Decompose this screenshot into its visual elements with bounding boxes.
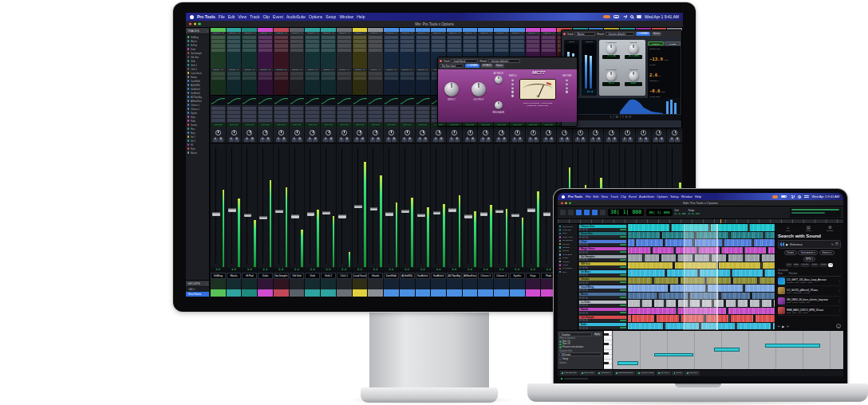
send-slot[interactable]: [227, 72, 241, 75]
record-arm-button[interactable]: [579, 251, 582, 254]
mute-button[interactable]: M: [266, 138, 270, 142]
menu-item[interactable]: Event: [273, 14, 283, 19]
track-color-chip[interactable]: [353, 289, 368, 297]
insert-slot[interactable]: [542, 40, 555, 43]
apple-logo[interactable]: [562, 195, 565, 199]
knob[interactable]: [606, 71, 617, 81]
insert-slot[interactable]: [274, 49, 288, 52]
record-arm-button[interactable]: [579, 243, 582, 246]
piano-keyboard[interactable]: [604, 331, 613, 369]
insert-slot[interactable]: [495, 40, 508, 43]
insert-slot[interactable]: [274, 40, 288, 43]
io-section[interactable]: [274, 105, 289, 123]
more-options-icon[interactable]: ⋮: [838, 279, 841, 283]
insert-slot[interactable]: [432, 40, 445, 43]
insert-slot[interactable]: [306, 40, 319, 43]
volume-fader[interactable]: [322, 211, 330, 215]
record-arm-button[interactable]: [579, 289, 582, 291]
play-icon[interactable]: ▶: [786, 243, 788, 246]
track-header[interactable]: Hands: [578, 308, 627, 316]
solo-button[interactable]: S: [354, 138, 359, 142]
track-name[interactable]: Git Bass: [579, 270, 626, 273]
release-knob[interactable]: [495, 101, 503, 109]
insert-slot[interactable]: [400, 49, 414, 52]
mute-button[interactable]: M: [345, 138, 349, 142]
mute-button[interactable]: M: [376, 138, 381, 142]
nav-item[interactable]: ⌂ Home: [786, 226, 791, 231]
insert-slot[interactable]: [495, 36, 508, 39]
track-color-chip[interactable]: [274, 289, 289, 297]
plugin-close-button[interactable]: [440, 60, 442, 62]
preset-selector[interactable]: <factory default>: [606, 32, 634, 36]
insert-slot[interactable]: [542, 44, 555, 47]
result-row[interactable]: GN_DM55_80_bass_electric_loop.wav bass ·…: [778, 297, 841, 306]
track-name[interactable]: Chorus Gtrs: [579, 225, 626, 228]
insert-slot[interactable]: [385, 40, 398, 43]
track-name[interactable]: Checks: [579, 277, 626, 281]
mute-button[interactable]: [586, 236, 588, 238]
input-knob[interactable]: [444, 82, 459, 96]
bpm-filter-chip[interactable]: BPM ▾: [803, 257, 816, 261]
track-header[interactable]: Duke: [578, 323, 627, 331]
mute-button[interactable]: M: [596, 138, 601, 142]
track-color-chip[interactable]: [384, 289, 399, 297]
apply-button[interactable]: Apply: [594, 332, 602, 336]
eq-curve-display[interactable]: [337, 95, 352, 105]
insert-slot[interactable]: [306, 44, 319, 47]
insert-slot[interactable]: [464, 49, 477, 52]
insert-slot[interactable]: [258, 44, 272, 47]
insert-slot[interactable]: [227, 44, 241, 47]
send-slot[interactable]: [416, 77, 430, 80]
record-arm-button[interactable]: [579, 281, 582, 284]
volume-fader[interactable]: [495, 210, 503, 214]
menu-bar-clock[interactable]: Wed Apr 1 9:41 AM: [812, 195, 839, 199]
groups-panel-menu-icon[interactable]: ◦: [207, 282, 207, 285]
mute-button[interactable]: M: [313, 138, 318, 142]
insert-slot[interactable]: [542, 36, 555, 39]
track-name-plate[interactable]: A(GrdWk): [400, 273, 415, 279]
solo-button[interactable]: [582, 289, 585, 291]
screen-record-indicator[interactable]: [603, 15, 610, 19]
track-name[interactable]: Duke: [579, 323, 626, 326]
playhead-marker[interactable]: [720, 219, 721, 223]
insert-slot[interactable]: [227, 36, 241, 39]
comments-block[interactable]: [431, 279, 446, 289]
solo-button[interactable]: [582, 304, 585, 306]
insert-slot[interactable]: [464, 36, 477, 39]
sends-section[interactable]: [211, 71, 226, 95]
send-slot[interactable]: [369, 72, 382, 75]
comments-block[interactable]: [463, 279, 478, 289]
comments-block[interactable]: [337, 279, 352, 289]
track-color-chip[interactable]: [416, 289, 431, 297]
eq-curve-display[interactable]: [242, 95, 257, 105]
channel-strip[interactable]: INSERTS A-E SENDS A-E: [227, 28, 242, 297]
menu-item[interactable]: Clip: [621, 195, 626, 199]
track-selector[interactable]: Lead Vocal: [451, 59, 478, 63]
pan-knob[interactable]: [357, 130, 362, 136]
volume-fader[interactable]: [480, 212, 488, 216]
mute-button[interactable]: M: [675, 138, 680, 142]
insert-slot[interactable]: [416, 36, 430, 39]
send-slot[interactable]: [274, 77, 288, 80]
pan-knob[interactable]: [215, 130, 221, 136]
insert-slot[interactable]: [448, 40, 461, 43]
io-section[interactable]: [305, 105, 320, 123]
io-section[interactable]: [368, 105, 383, 123]
insert-slot[interactable]: [479, 36, 492, 39]
volume-fader[interactable]: [433, 211, 441, 215]
insert-slot[interactable]: [416, 44, 430, 47]
preset-selector[interactable]: <factory default>: [488, 59, 520, 63]
pan-knob[interactable]: [278, 130, 284, 136]
send-slot[interactable]: [322, 72, 335, 75]
track-name-plate[interactable]: DontWalk: [384, 273, 399, 279]
send-slot[interactable]: [353, 72, 367, 75]
track-color-chip[interactable]: [305, 289, 320, 297]
track-name-plate[interactable]: A17SpcBig: [447, 273, 462, 279]
track-color-chip[interactable]: [227, 289, 242, 297]
volume-fader[interactable]: [543, 212, 551, 216]
insert-slot[interactable]: [464, 44, 477, 47]
eq-curve-display[interactable]: [227, 95, 242, 105]
insert-slot[interactable]: [211, 49, 225, 52]
eq-curve-display[interactable]: [400, 95, 415, 105]
mute-button[interactable]: [586, 228, 588, 230]
